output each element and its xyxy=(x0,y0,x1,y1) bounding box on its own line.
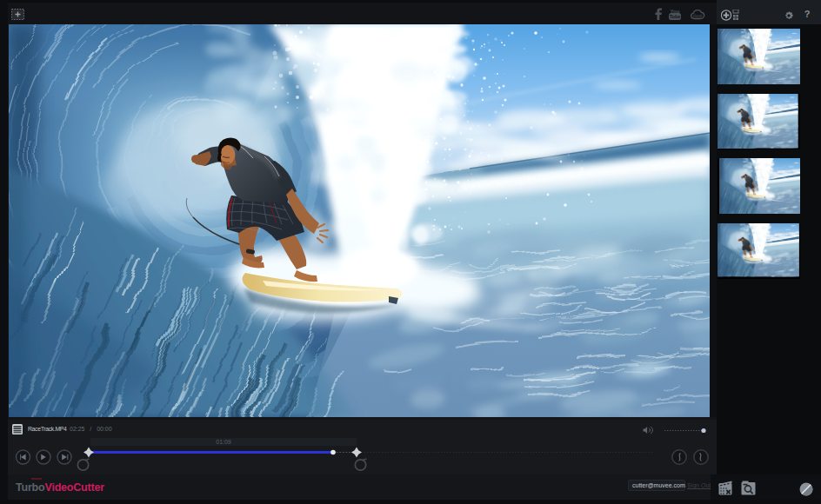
svg-text:Tube: Tube xyxy=(670,14,681,19)
svg-text:You: You xyxy=(671,9,680,14)
svg-text:cloud: cloud xyxy=(693,14,703,18)
